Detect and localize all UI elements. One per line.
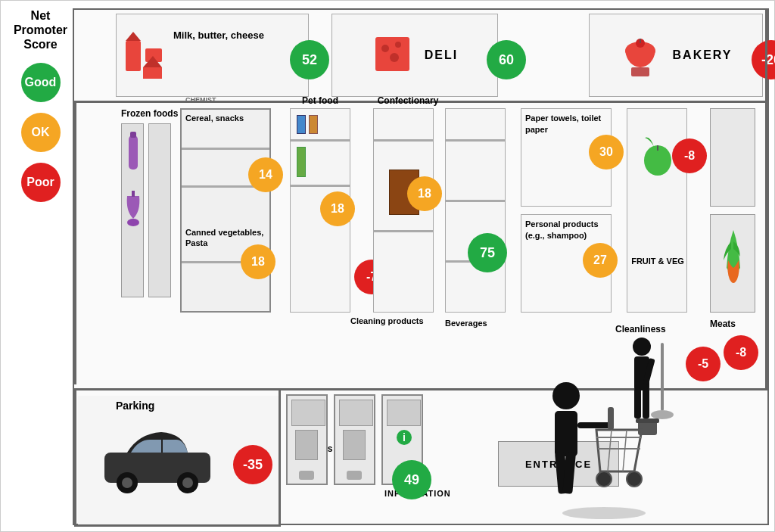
svg-point-8 — [390, 53, 399, 62]
svg-rect-0 — [126, 41, 141, 71]
svg-marker-1 — [126, 32, 141, 41]
cleanliness-label: Cleanliness — [615, 324, 666, 334]
chemist-text: CHEMIST — [185, 96, 216, 104]
deli-section: DELI — [331, 14, 498, 97]
petfood-label: Pet food — [291, 95, 350, 106]
meats-score: -8 — [724, 335, 758, 370]
beverages-score: 75 — [468, 233, 507, 272]
petfood-score: 18 — [320, 191, 355, 226]
car-icon — [101, 426, 222, 497]
fruit-veg-label: FRUIT & VEG — [631, 256, 684, 266]
person-with-cart — [528, 381, 649, 527]
deli-icon — [372, 33, 413, 78]
beverages-label: Beverages — [445, 319, 487, 328]
bakery-label: BAKERY — [673, 48, 733, 62]
parking-score: -35 — [233, 445, 272, 484]
svg-point-45 — [562, 507, 646, 519]
canned-score: 18 — [241, 244, 275, 279]
parking-label: Parking — [116, 400, 154, 412]
right-shelf-1 — [710, 108, 755, 207]
legend-good: Good — [21, 63, 61, 102]
svg-rect-13 — [129, 135, 138, 170]
checkout-area: Checkouts i — [282, 390, 490, 527]
milk-label: Milk, butter, cheese — [173, 30, 264, 41]
legend-title: Net Promoter Score — [8, 8, 73, 52]
bottom-ext-wall — [74, 524, 279, 527]
svg-point-33 — [552, 382, 580, 409]
svg-point-23 — [182, 478, 193, 488]
parking-right-wall — [279, 390, 281, 527]
meats-label: Meats — [710, 319, 736, 329]
svg-point-39 — [596, 471, 612, 487]
milk-icon — [124, 26, 166, 86]
frozen-shelf-1 — [121, 123, 144, 297]
svg-point-15 — [127, 219, 139, 226]
main-container: Net Promoter Score Good OK Poor — [0, 0, 775, 532]
bakery-section: BAKERY — [589, 14, 763, 97]
fruit-veg-score: -8 — [672, 138, 707, 173]
info-icon: i — [397, 430, 412, 445]
legend-poor: Poor — [21, 163, 61, 202]
svg-rect-14 — [130, 132, 136, 138]
right-shelf-2 — [710, 214, 755, 313]
paper-score: 30 — [589, 135, 624, 170]
milk-score: 52 — [290, 40, 329, 79]
svg-point-21 — [122, 478, 132, 488]
svg-rect-38 — [608, 407, 614, 430]
chemist-aisle: CHEMIST Cereal, snacks Canned vegetables… — [180, 108, 271, 313]
checkouts-score: 49 — [392, 460, 431, 499]
cleanliness-score: -5 — [686, 347, 721, 381]
frozen-label: Frozen foods — [121, 108, 178, 119]
store-floorplan: Milk, butter, cheese 52 DELI 60 — [73, 8, 769, 525]
svg-point-6 — [381, 45, 389, 52]
personal-score: 27 — [583, 243, 618, 278]
cereal-score: 14 — [248, 157, 283, 192]
legend: Net Promoter Score Good OK Poor — [8, 8, 73, 205]
left-wall — [74, 101, 76, 384]
confectionary-label: Confectionary — [366, 95, 450, 106]
svg-line-43 — [608, 430, 612, 471]
deli-score: 60 — [487, 40, 526, 79]
svg-marker-3 — [143, 67, 162, 79]
frozen-shelf-2 — [148, 123, 171, 297]
paper-label: Paper towels, toilet paper — [525, 113, 607, 136]
fruit-veg-section: FRUIT & VEG — [627, 108, 687, 313]
svg-point-7 — [395, 42, 401, 48]
svg-line-44 — [623, 430, 627, 471]
personal-label: Personal products (e.g., shampoo) — [525, 219, 607, 242]
svg-rect-10 — [631, 67, 649, 76]
left-ext-wall — [74, 390, 76, 527]
cleaning-label: Cleaning products — [350, 316, 424, 325]
svg-point-24 — [633, 338, 651, 356]
apple-icon — [639, 132, 677, 180]
beverages-aisle — [445, 108, 506, 313]
deli-label: DELI — [425, 48, 458, 62]
checkout-machine-2 — [334, 394, 375, 485]
bakery-icon — [620, 30, 661, 82]
svg-rect-34 — [555, 411, 577, 456]
svg-point-40 — [627, 471, 642, 487]
svg-rect-16 — [132, 191, 135, 197]
checkout-machine-1 — [286, 394, 328, 485]
cereal-label: Cereal, snacks — [185, 114, 244, 123]
confectionary-score: 18 — [407, 176, 442, 211]
legend-ok: OK — [21, 113, 61, 152]
svg-point-30 — [651, 410, 674, 419]
svg-rect-37 — [577, 422, 612, 428]
right-wall — [765, 10, 767, 388]
svg-rect-29 — [661, 343, 664, 411]
milk-section: Milk, butter, cheese — [116, 14, 309, 97]
cereal-shelf-line — [182, 148, 269, 150]
